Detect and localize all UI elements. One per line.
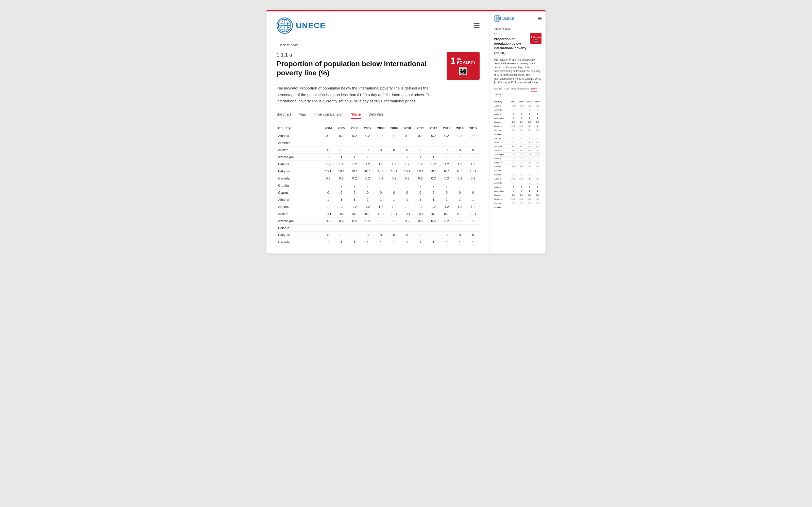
- menu-icon[interactable]: [473, 23, 479, 28]
- list-item: Canada1.21.21.21.2: [494, 165, 542, 169]
- side-sdg-badge: 1 NO POVERTY 👨‍👩‍👧: [530, 33, 542, 44]
- indicator-title-block: 1.1.1 a Proportion of population below i…: [276, 52, 434, 78]
- list-item: Albania10.110.110.110.1: [494, 177, 542, 181]
- sdg-badge-top: 1 NO POVERTY: [450, 57, 476, 66]
- side-indicator-title: Proportion of population below internati…: [494, 37, 527, 55]
- side-brand-name: UNECE: [502, 17, 514, 20]
- table-row: Armenia1.21.21.21.21.21.21.21.21.21.21.2…: [276, 203, 479, 210]
- side-sdg-num: 1 NO POVERTY: [530, 35, 541, 39]
- side-content: ‹ Back to goals 1.1.1 a Proportion of po…: [490, 25, 546, 212]
- main-panel: UNECE ‹ Back to goals 1.1.1 a Proportion…: [266, 10, 490, 253]
- sdg-poverty-label: POVERTY: [457, 60, 476, 64]
- side-back-link[interactable]: ‹ Back to goals: [494, 27, 542, 30]
- table-row: Canada111111111111: [276, 238, 479, 246]
- list-item: Belarus1.21.21.21.2: [494, 193, 542, 197]
- table-row: Cyprus000000000000: [276, 189, 479, 196]
- side-indicator-code: 1.1.1 a: [494, 33, 529, 36]
- list-item: Croatia....: [494, 169, 542, 173]
- content-area: ‹ Back to goals 1.1.1 a Proportion of po…: [266, 38, 490, 253]
- data-table: Country200420052006200720082009201020112…: [276, 124, 479, 246]
- list-item: Belgium10.110.110.110.1: [494, 124, 542, 128]
- un-logo: [276, 17, 293, 34]
- table-body: Albania0.20.20.20.20.20.20.20.20.20.20.2…: [276, 132, 479, 246]
- side-indicator-header: 1.1.1 a Proportion of population below i…: [494, 33, 542, 55]
- side-globe-icon: [495, 16, 500, 21]
- table-row: Belgium000000000000: [276, 231, 479, 238]
- sdg-badge: 1 NO POVERTY 👨‍👩‍👧‍👦: [447, 52, 479, 80]
- brand-name: UNECE: [296, 21, 325, 31]
- header: UNECE: [266, 11, 490, 38]
- back-to-goals-link[interactable]: ‹ Back to goals: [276, 43, 479, 47]
- list-item: Armenia....: [494, 108, 542, 112]
- list-item: Albania0.20.20.20.2: [494, 104, 542, 108]
- tab-definition[interactable]: Definition: [368, 112, 385, 119]
- side-sdg-people-icon: 👨‍👩‍👧: [535, 39, 538, 42]
- list-item: Belgium10.110.110.110.1: [494, 197, 542, 201]
- list-item: Azerbaijan1111: [494, 189, 542, 193]
- logo-area: UNECE: [276, 17, 325, 34]
- table-row: Austria10.110.110.110.110.110.110.110.11…: [276, 210, 479, 217]
- list-item: Austria0000: [494, 112, 542, 116]
- list-item: Austria10.110.110.110.1: [494, 148, 542, 152]
- list-item: Azerbaijan1111: [494, 116, 542, 120]
- table-row: Albania111111111111: [276, 196, 479, 203]
- page-wrapper: UNECE ‹ Back to goals 1.1.1 a Proportion…: [266, 10, 546, 253]
- list-item: Armenia1.21.21.21.2: [494, 144, 542, 148]
- side-tab-table[interactable]: Table: [531, 88, 537, 92]
- hamburger-line-3: [473, 27, 479, 28]
- table-row: Belarus1.21.21.21.21.21.21.21.21.21.21.2…: [276, 161, 479, 168]
- hamburger-line-2: [473, 25, 479, 26]
- side-header: UNECE: [490, 11, 546, 25]
- sdg-number: 1: [450, 57, 455, 66]
- side-hamburger-line-1: [538, 17, 542, 17]
- side-hamburger-line-3: [538, 19, 542, 20]
- list-item: Croatia....: [494, 205, 542, 209]
- list-item: Belarus1.21.21.21.2: [494, 120, 542, 124]
- table-head: Country200420052006200720082009201020112…: [276, 124, 479, 132]
- side-tab-time-comparison[interactable]: Time comparision: [511, 88, 529, 92]
- tab-time-comparison[interactable]: Time comparision: [314, 112, 344, 119]
- table-row: Albania0.20.20.20.20.20.20.20.20.20.20.2…: [276, 132, 479, 139]
- side-tab-barchart[interactable]: Barchart: [494, 88, 502, 92]
- list-item: Cyprus0000: [494, 136, 542, 140]
- side-tab-map[interactable]: Map: [504, 88, 509, 92]
- table-row: Azerbaijan111111111111: [276, 153, 479, 161]
- side-sdg-pov: POVERTY: [533, 37, 541, 39]
- table-row: Armenia............: [276, 139, 479, 146]
- side-tab-definition[interactable]: Definition: [494, 93, 503, 97]
- indicator-code: 1.1.1 a: [276, 52, 434, 58]
- indicator-description: The indicator Proportion of population b…: [276, 85, 434, 104]
- sdg-people-icon: 👨‍👩‍👧‍👦: [459, 67, 468, 75]
- tab-map[interactable]: Map: [299, 112, 306, 119]
- table-row: Austria000000000000: [276, 146, 479, 153]
- side-un-logo: [494, 15, 501, 22]
- list-item: Cyprus0000: [494, 173, 542, 177]
- side-sdg-number: 1: [530, 35, 532, 39]
- side-sdg-labels: NO POVERTY: [533, 36, 541, 39]
- side-menu-icon[interactable]: [538, 17, 542, 20]
- list-item: Belgium1111: [494, 161, 542, 165]
- table-row: Azerbaijan0.20.20.20.20.20.20.20.20.20.2…: [276, 217, 479, 224]
- indicator-title: Proportion of population below internati…: [276, 59, 434, 78]
- side-tabs: Barchart Map Time comparision Table Defi…: [494, 88, 542, 97]
- side-logo-area: UNECE: [494, 15, 514, 22]
- side-description: The indicator Proportion of population b…: [494, 58, 542, 84]
- side-title-block: 1.1.1 a Proportion of population below i…: [494, 33, 529, 55]
- tab-table[interactable]: Table: [351, 112, 361, 119]
- hamburger-line-1: [473, 23, 479, 24]
- indicator-header: 1.1.1 a Proportion of population below i…: [276, 52, 479, 80]
- sdg-no-label: NO: [457, 58, 476, 60]
- list-item: Croatia....: [494, 132, 542, 136]
- table-row: Croatia............: [276, 182, 479, 189]
- list-item: Albania1111: [494, 140, 542, 144]
- tabs: Barchart Map Time comparision Table Defi…: [276, 112, 479, 119]
- un-globe-icon: [277, 18, 292, 33]
- side-hamburger-line-2: [538, 18, 542, 19]
- list-item: Belarus0000: [494, 156, 542, 161]
- side-data-table: Country2004200520062007 Albania0.20.20.2…: [494, 100, 542, 209]
- table-header-row: Country200420052006200720082009201020112…: [276, 124, 479, 132]
- sdg-text-block: NO POVERTY: [457, 58, 476, 64]
- table-row: Belgium10.110.110.110.110.110.110.110.11…: [276, 168, 479, 175]
- list-item: Canada0.20.20.20.2: [494, 201, 542, 205]
- tab-barchart[interactable]: Barchart: [276, 112, 291, 119]
